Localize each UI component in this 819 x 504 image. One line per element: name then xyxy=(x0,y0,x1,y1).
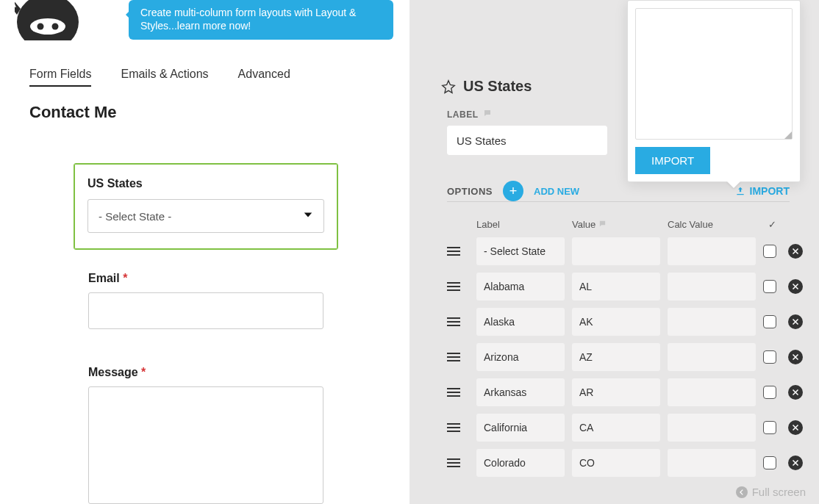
option-row xyxy=(447,414,790,442)
tab-form-fields[interactable]: Form Fields xyxy=(29,68,91,87)
field-message[interactable]: Message * xyxy=(88,366,323,504)
drag-handle-icon[interactable] xyxy=(447,388,460,397)
option-label-input[interactable] xyxy=(476,414,565,442)
promo-banner[interactable]: Create multi-column form layouts with La… xyxy=(129,0,393,40)
remove-option-button[interactable] xyxy=(788,420,803,435)
remove-option-button[interactable] xyxy=(788,385,803,400)
drag-handle-icon[interactable] xyxy=(447,353,460,361)
svg-point-3 xyxy=(52,24,59,30)
remove-option-button[interactable] xyxy=(788,244,803,259)
col-default: ✓ xyxy=(763,219,781,230)
import-button[interactable]: IMPORT xyxy=(635,147,710,174)
tab-emails-actions[interactable]: Emails & Actions xyxy=(121,68,208,87)
import-textarea[interactable] xyxy=(635,8,793,140)
option-default-checkbox[interactable] xyxy=(763,386,776,399)
builder-tabs: Form Fields Emails & Actions Advanced xyxy=(29,68,290,87)
form-title: Contact Me xyxy=(29,103,117,122)
option-value-input[interactable] xyxy=(572,449,660,477)
import-popover: IMPORT xyxy=(627,0,801,182)
us-states-select[interactable]: - Select State - xyxy=(87,199,324,233)
popover-arrow xyxy=(726,181,741,188)
import-options-link[interactable]: IMPORT xyxy=(735,185,790,197)
option-calc-input[interactable] xyxy=(668,378,756,406)
options-title: OPTIONS xyxy=(447,186,493,197)
option-label-input[interactable] xyxy=(476,378,565,406)
comment-icon[interactable] xyxy=(483,109,492,120)
resize-handle-icon[interactable] xyxy=(784,132,792,139)
col-value: Value xyxy=(572,219,660,230)
option-calc-input[interactable] xyxy=(668,449,756,477)
option-default-checkbox[interactable] xyxy=(763,315,776,328)
remove-option-button[interactable] xyxy=(788,279,803,294)
drawer-title: US States xyxy=(463,78,532,95)
label-caption: LABEL xyxy=(447,109,607,120)
email-input[interactable] xyxy=(88,292,323,329)
remove-option-button[interactable] xyxy=(788,350,803,364)
option-calc-input[interactable] xyxy=(668,343,756,371)
remove-option-button[interactable] xyxy=(788,314,803,329)
options-divider xyxy=(447,201,790,202)
option-calc-input[interactable] xyxy=(668,273,756,300)
option-value-input[interactable] xyxy=(572,308,660,336)
option-calc-input[interactable] xyxy=(668,414,756,442)
option-row xyxy=(447,273,790,300)
select-placeholder: - Select State - xyxy=(99,210,171,223)
ninja-logo xyxy=(15,0,81,40)
options-table-head: Label Value Calc Value ✓ xyxy=(447,215,790,237)
email-label: Email * xyxy=(88,272,323,285)
field-basic-settings: LABEL R xyxy=(447,109,645,155)
option-default-checkbox[interactable] xyxy=(763,280,776,293)
required-marker: * xyxy=(141,366,146,378)
option-default-checkbox[interactable] xyxy=(763,245,776,258)
drag-handle-icon[interactable] xyxy=(447,247,460,256)
field-label: US States xyxy=(87,177,324,190)
option-calc-input[interactable] xyxy=(668,308,756,336)
fullscreen-toggle[interactable]: Full screen xyxy=(736,486,806,498)
option-default-checkbox[interactable] xyxy=(763,456,776,469)
chevron-left-icon xyxy=(736,486,748,498)
drag-handle-icon[interactable] xyxy=(447,317,460,326)
col-label: Label xyxy=(476,219,565,230)
option-value-input[interactable] xyxy=(572,237,660,265)
add-new-link[interactable]: ADD NEW xyxy=(534,186,579,197)
option-calc-input[interactable] xyxy=(668,237,756,265)
label-input[interactable] xyxy=(447,126,607,155)
option-value-input[interactable] xyxy=(572,273,660,300)
form-builder-panel: Create multi-column form layouts with La… xyxy=(0,0,410,504)
option-label-input[interactable] xyxy=(476,237,565,265)
col-calc-value: Calc Value xyxy=(668,219,756,230)
field-email[interactable]: Email * xyxy=(88,272,323,329)
drag-handle-icon[interactable] xyxy=(447,423,460,432)
option-label-input[interactable] xyxy=(476,449,565,477)
message-label: Message * xyxy=(88,366,323,379)
message-textarea[interactable] xyxy=(88,386,323,504)
option-default-checkbox[interactable] xyxy=(763,421,776,434)
option-default-checkbox[interactable] xyxy=(763,350,776,364)
option-row xyxy=(447,449,790,477)
chevron-down-icon xyxy=(301,209,315,224)
option-row xyxy=(447,237,790,265)
svg-point-2 xyxy=(37,24,44,30)
remove-option-button[interactable] xyxy=(788,456,803,470)
required-marker: * xyxy=(123,272,127,284)
field-us-states[interactable]: US States - Select State - xyxy=(74,163,338,250)
star-icon[interactable] xyxy=(441,79,456,94)
drag-handle-icon[interactable] xyxy=(447,282,460,291)
option-row xyxy=(447,343,790,371)
option-label-input[interactable] xyxy=(476,343,565,371)
comment-icon[interactable] xyxy=(598,219,607,230)
options-table: Label Value Calc Value ✓ xyxy=(447,215,790,484)
add-option-button[interactable]: + xyxy=(503,181,523,201)
drawer-header: US States xyxy=(441,78,532,95)
svg-point-1 xyxy=(30,18,65,35)
option-row xyxy=(447,308,790,336)
option-label-input[interactable] xyxy=(476,273,565,300)
option-row xyxy=(447,378,790,406)
option-value-input[interactable] xyxy=(572,343,660,371)
option-value-input[interactable] xyxy=(572,378,660,406)
option-value-input[interactable] xyxy=(572,414,660,442)
tab-advanced[interactable]: Advanced xyxy=(238,68,290,87)
drag-handle-icon[interactable] xyxy=(447,458,460,467)
option-label-input[interactable] xyxy=(476,308,565,336)
